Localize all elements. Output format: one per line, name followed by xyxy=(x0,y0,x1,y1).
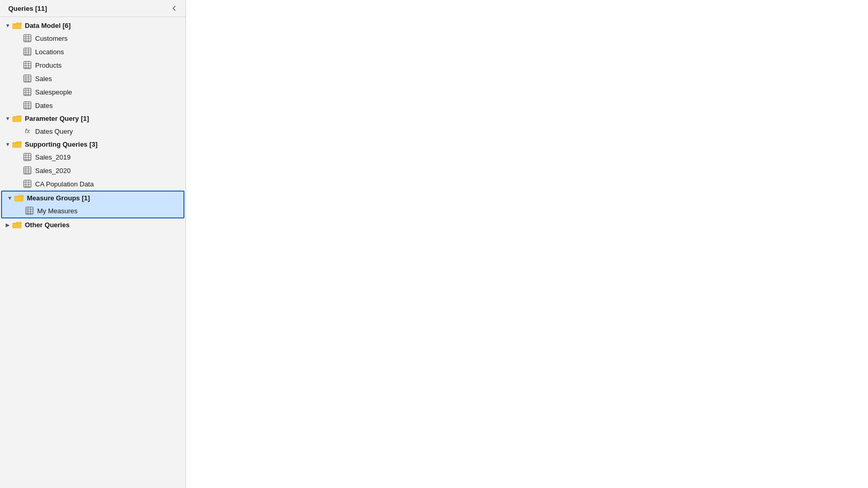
group-label-other-queries: Other Queries xyxy=(25,221,70,229)
item-label-dates: Dates xyxy=(35,102,53,109)
group-label-measure-groups: Measure Groups [1] xyxy=(27,194,90,202)
group-header-other-queries[interactable]: ▶ Other Queries xyxy=(0,218,185,231)
folder-icon-data-model xyxy=(12,21,23,29)
item-label-ca-population: CA Population Data xyxy=(35,180,94,188)
expand-arrow-supporting-queries: ▼ xyxy=(4,140,11,148)
expand-arrow-parameter-query: ▼ xyxy=(4,115,11,122)
table-icon-products xyxy=(23,60,32,70)
svg-rect-64 xyxy=(12,223,21,228)
item-label-sales-2019: Sales_2019 xyxy=(35,153,71,161)
svg-rect-38 xyxy=(12,142,21,147)
item-label-salespeople: Salespeople xyxy=(35,88,72,96)
group-header-data-model[interactable]: ▼ Data Model [6] xyxy=(0,19,185,32)
item-label-products: Products xyxy=(35,61,61,69)
svg-rect-57 xyxy=(14,196,23,201)
item-label-customers: Customers xyxy=(35,35,68,42)
group-label-data-model: Data Model [6] xyxy=(25,22,71,29)
tree-item-products[interactable]: Products xyxy=(0,58,185,72)
folder-icon-measure-groups xyxy=(14,194,25,202)
expand-arrow-other-queries: ▶ xyxy=(4,221,11,228)
group-parameter-query[interactable]: ▼ Parameter Query [1]fxDates Query xyxy=(0,112,185,138)
table-icon-locations xyxy=(23,47,32,56)
tree-item-customers[interactable]: Customers xyxy=(0,32,185,45)
tree-item-measures[interactable]: My Measures xyxy=(2,204,183,217)
item-label-sales-2020: Sales_2020 xyxy=(35,167,71,175)
tree-item-locations[interactable]: Locations xyxy=(0,45,185,58)
group-data-model[interactable]: ▼ Data Model [6] Customers Locations Pro… xyxy=(0,19,185,112)
queries-tree: ▼ Data Model [6] Customers Locations Pro… xyxy=(0,17,185,233)
group-other-queries[interactable]: ▶ Other Queries xyxy=(0,218,185,231)
table-icon-sales-2019 xyxy=(23,152,32,162)
folder-icon-supporting-queries xyxy=(12,140,23,148)
tree-item-salespeople[interactable]: Salespeople xyxy=(0,85,185,99)
svg-rect-0 xyxy=(12,23,21,28)
table-icon-dates xyxy=(23,101,32,110)
tree-item-dates-query[interactable]: fxDates Query xyxy=(0,124,185,138)
tree-item-sales-2020[interactable]: Sales_2020 xyxy=(0,164,185,177)
sidebar-title: Queries [11] xyxy=(8,5,47,12)
table-icon-ca-population xyxy=(23,179,32,188)
folder-icon-parameter-query xyxy=(12,114,23,122)
item-label-locations: Locations xyxy=(35,48,64,56)
tree-item-dates[interactable]: Dates xyxy=(0,99,185,112)
item-label-measures: My Measures xyxy=(37,207,78,215)
queries-panel: Queries [11] ▼ Data Model [6] Customers … xyxy=(0,0,186,488)
table-icon-measures xyxy=(25,206,34,215)
svg-rect-37 xyxy=(12,116,21,121)
table-icon-customers xyxy=(23,34,32,43)
collapse-icon xyxy=(171,5,177,11)
tree-item-sales-2019[interactable]: Sales_2019 xyxy=(0,150,185,164)
group-measure-groups[interactable]: ▼ Measure Groups [1] My Measures xyxy=(1,191,184,218)
table-icon-sales-2020 xyxy=(23,166,32,175)
main-content-area xyxy=(186,0,868,488)
table-icon-salespeople xyxy=(23,87,32,97)
tree-item-ca-population[interactable]: CA Population Data xyxy=(0,177,185,191)
expand-arrow-measure-groups: ▼ xyxy=(6,194,13,201)
collapse-panel-button[interactable] xyxy=(169,4,179,12)
sidebar-header: Queries [11] xyxy=(0,0,185,17)
group-supporting-queries[interactable]: ▼ Supporting Queries [3] Sales_2019 Sale… xyxy=(0,138,185,191)
group-label-supporting-queries: Supporting Queries [3] xyxy=(25,140,98,148)
group-header-parameter-query[interactable]: ▼ Parameter Query [1] xyxy=(0,112,185,124)
group-header-supporting-queries[interactable]: ▼ Supporting Queries [3] xyxy=(0,138,185,150)
expand-arrow-data-model: ▼ xyxy=(4,22,11,29)
fx-icon-dates-query: fx xyxy=(23,127,32,136)
tree-item-sales[interactable]: Sales xyxy=(0,72,185,85)
table-icon-sales xyxy=(23,74,32,83)
item-label-dates-query: Dates Query xyxy=(35,128,73,135)
folder-icon-other-queries xyxy=(12,221,23,229)
item-label-sales: Sales xyxy=(35,75,52,83)
group-header-measure-groups[interactable]: ▼ Measure Groups [1] xyxy=(2,192,183,204)
group-label-parameter-query: Parameter Query [1] xyxy=(25,115,89,122)
